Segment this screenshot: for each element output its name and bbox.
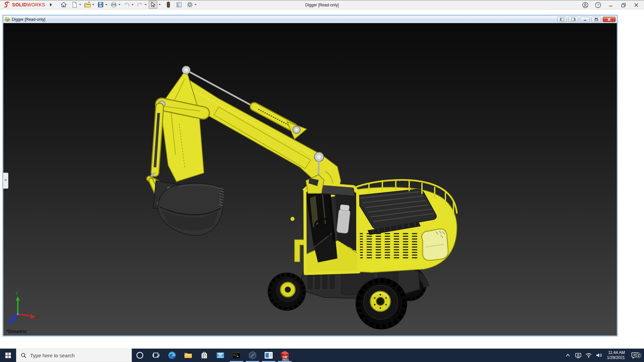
- command-prompt-icon: C:\: [232, 351, 241, 359]
- pane-left-icon: [560, 18, 564, 21]
- close-button[interactable]: [632, 1, 641, 9]
- taskbar-icon-mail[interactable]: [212, 349, 228, 362]
- select-cursor-icon: [150, 1, 156, 8]
- search-input[interactable]: [30, 353, 121, 358]
- taskbar-icon-file-explorer[interactable]: [180, 349, 196, 362]
- hexagon-app-icon: [248, 351, 257, 360]
- minimize-icon: [608, 2, 613, 8]
- tray-chevron-button[interactable]: [564, 354, 572, 357]
- rebuild-stoplight-icon: [165, 1, 172, 8]
- graphics-area[interactable]: Y X *Dimetric: [3, 23, 617, 336]
- home-button[interactable]: [59, 1, 68, 9]
- task-view-icon: [152, 351, 160, 359]
- help-icon: ?: [595, 2, 601, 8]
- pane-right-toggle-button[interactable]: [569, 17, 578, 22]
- file-properties-button[interactable]: [175, 1, 183, 9]
- taskbar-icon-command-prompt[interactable]: C:\: [228, 349, 245, 362]
- wifi-icon: [585, 353, 592, 358]
- minimize-button[interactable]: [606, 1, 615, 9]
- store-icon: [200, 351, 208, 359]
- taskbar-icon-system-window[interactable]: [261, 349, 277, 362]
- solidworks-app-icon: SW 2021: [280, 350, 290, 360]
- viewport-3d[interactable]: Y X *Dimetric: [3, 23, 617, 336]
- print-button[interactable]: [109, 1, 118, 9]
- taskbar-icon-hex-app[interactable]: [245, 349, 261, 362]
- pane-left-toggle-button[interactable]: [557, 17, 567, 22]
- apex-pin-cap: [184, 68, 188, 72]
- print-icon: [110, 1, 117, 8]
- chevron-up-icon: [566, 354, 570, 357]
- tray-volume-button[interactable]: [595, 353, 603, 358]
- panel-collapse-tab[interactable]: [3, 173, 8, 189]
- menu-expand-arrow-icon[interactable]: [50, 3, 52, 6]
- start-button[interactable]: [0, 349, 16, 362]
- edge-icon: [168, 351, 176, 360]
- display-icon: [575, 352, 582, 358]
- restore-button[interactable]: [619, 1, 628, 9]
- user-account-button[interactable]: [581, 1, 590, 9]
- system-tray: 11:44 AM 1/29/2021 2: [564, 349, 644, 362]
- main-toolbar: [59, 1, 199, 9]
- tray-wifi-button[interactable]: [585, 353, 592, 358]
- redo-dropdown[interactable]: [145, 4, 147, 5]
- boom-pin-cap: [317, 155, 321, 159]
- tray-display-button[interactable]: [575, 352, 582, 358]
- doc-minimize-icon: [583, 18, 587, 21]
- svg-text:C:\: C:\: [233, 354, 238, 357]
- pin-cap: [295, 128, 298, 131]
- open-button[interactable]: [83, 1, 92, 9]
- taskbar-icon-edge[interactable]: [164, 349, 180, 362]
- doc-minimize-button[interactable]: [580, 17, 590, 22]
- new-document-button[interactable]: [70, 1, 79, 9]
- taskbar: C:\ SW 2021: [0, 349, 644, 362]
- system-window-icon: [264, 352, 273, 359]
- taskbar-icon-task-view[interactable]: [148, 349, 164, 362]
- undo-dropdown[interactable]: [131, 4, 133, 5]
- side-louvers: [352, 232, 419, 260]
- cab-side-knob: [290, 217, 294, 221]
- app-titlebar: SOLIDWORKS: [0, 0, 644, 9]
- undo-icon: [123, 1, 130, 8]
- part-file-icon: [5, 17, 10, 22]
- solidworks-logo: SOLIDWORKS: [3, 1, 52, 8]
- rebuild-button[interactable]: [164, 1, 173, 9]
- solidworks-logo-icon: [3, 1, 11, 8]
- options-button[interactable]: [185, 1, 194, 9]
- save-icon: [97, 1, 104, 8]
- print-dropdown[interactable]: [118, 4, 120, 5]
- document-titlebar[interactable]: Digger [Read-only]: [3, 16, 617, 23]
- windows-logo-icon: [5, 353, 11, 358]
- help-button[interactable]: ?: [594, 1, 602, 9]
- cortana-icon: [136, 351, 144, 359]
- select-tool-dropdown[interactable]: [157, 1, 162, 9]
- redo-button[interactable]: [136, 1, 144, 9]
- document-window-controls: [557, 17, 615, 22]
- doc-restore-button[interactable]: [591, 17, 601, 22]
- file-properties-icon: [176, 1, 182, 8]
- user-icon: [582, 2, 589, 8]
- taskbar-search[interactable]: [16, 349, 132, 362]
- options-dropdown[interactable]: [195, 4, 197, 5]
- doc-close-button[interactable]: [603, 17, 615, 22]
- open-dropdown[interactable]: [92, 4, 94, 5]
- document-window: Digger [Read-only]: [3, 15, 618, 336]
- solidworks-year-label: 2021: [280, 358, 291, 361]
- select-tool-button[interactable]: [149, 1, 157, 9]
- document-title: Digger [Read-only]: [12, 17, 45, 22]
- taskbar-icon-store[interactable]: [196, 349, 212, 362]
- triad-y-label: Y: [15, 291, 18, 296]
- save-button[interactable]: [96, 1, 105, 9]
- doc-close-icon: [607, 18, 611, 21]
- front-wheel-hub-center: [376, 297, 384, 305]
- new-document-dropdown[interactable]: [79, 4, 81, 5]
- save-dropdown[interactable]: [105, 4, 107, 5]
- undo-button[interactable]: [122, 1, 131, 9]
- tray-time: 11:44 AM: [607, 350, 625, 355]
- gear-icon: [186, 1, 193, 8]
- app-window-controls: ?: [581, 0, 641, 10]
- action-center-button[interactable]: 2: [629, 352, 641, 359]
- redo-icon: [137, 1, 143, 8]
- taskbar-icon-solidworks[interactable]: SW 2021: [277, 349, 293, 362]
- tray-clock[interactable]: 11:44 AM 1/29/2021: [607, 350, 625, 360]
- taskbar-icon-cortana[interactable]: [132, 349, 148, 362]
